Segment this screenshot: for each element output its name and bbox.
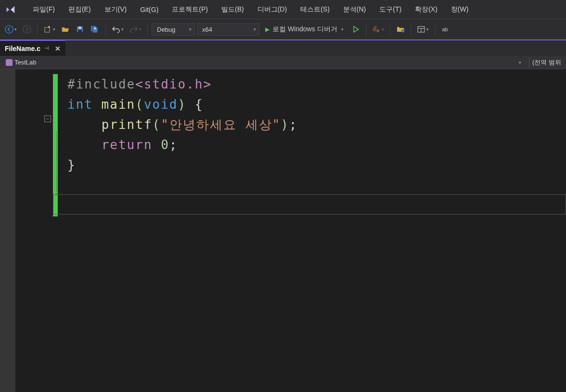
svg-rect-2: [45, 27, 50, 32]
project-selector[interactable]: TestLab: [3, 59, 39, 66]
tabbar: FileName.c ⊣ ✕: [0, 39, 566, 56]
chevron-down-icon: ▾: [53, 27, 55, 32]
menu-debug[interactable]: 디버그(D): [251, 2, 294, 17]
menu-file[interactable]: 파일(F): [26, 2, 62, 17]
run-debug-button[interactable]: ▶ 로컬 Windows 디버거 ▾: [261, 23, 347, 36]
menu-project[interactable]: 프로젝트(P): [165, 2, 215, 17]
toolbar-separator: [411, 24, 411, 35]
window-layout-button[interactable]: ▾: [415, 23, 431, 36]
pin-icon[interactable]: ⊣: [44, 45, 49, 51]
fold-toggle[interactable]: −: [44, 115, 51, 122]
file-tab[interactable]: FileName.c ⊣ ✕: [0, 40, 65, 56]
project-icon: [6, 59, 13, 66]
editor: − #include<stdio.h> int main(void) { pri…: [0, 69, 566, 392]
menu-git[interactable]: Git(G): [133, 3, 165, 16]
menu-edit[interactable]: 편집(E): [62, 2, 98, 17]
svg-point-1: [23, 25, 31, 33]
chevron-down-icon: ▾: [426, 27, 429, 32]
menu-test[interactable]: 테스트(S): [294, 2, 336, 17]
platform-label: x64: [202, 26, 212, 33]
menu-window[interactable]: 창(W): [444, 2, 476, 17]
code-line: printf("안녕하세요 세상");: [67, 114, 566, 135]
chevron-down-icon: ▾: [121, 27, 124, 32]
run-nodebug-button[interactable]: [349, 23, 362, 36]
tab-filename: FileName.c: [5, 45, 40, 52]
run-label: 로컬 Windows 디버거: [272, 25, 337, 34]
code-line: #include<stdio.h>: [67, 74, 566, 94]
chevron-down-icon: ▾: [382, 27, 384, 32]
toolbar-separator: [147, 24, 148, 35]
menu-build[interactable]: 빌드(B): [215, 2, 251, 17]
chevron-down-icon: ▾: [139, 27, 142, 32]
code-area[interactable]: − #include<stdio.h> int main(void) { pri…: [54, 69, 566, 392]
chevron-down-icon: ▾: [254, 27, 256, 32]
open-button[interactable]: [59, 23, 72, 36]
chevron-down-icon[interactable]: ▾: [519, 60, 521, 65]
nav-forward-button[interactable]: [21, 23, 33, 36]
redo-button[interactable]: ▾: [128, 23, 143, 36]
text-tool-button[interactable]: ab: [439, 23, 451, 36]
save-all-button[interactable]: [88, 23, 102, 36]
chevron-down-icon: ▾: [341, 27, 344, 32]
toolbar-separator: [390, 24, 390, 35]
navigation-bar: TestLab ▾ (전역 범위: [0, 56, 566, 69]
toolbar-separator: [105, 24, 106, 35]
svg-rect-8: [94, 27, 96, 29]
config-combo[interactable]: Debug ▾: [152, 23, 195, 36]
platform-combo[interactable]: x64 ▾: [197, 23, 259, 36]
indicator-margin: [0, 69, 15, 392]
project-name: TestLab: [14, 59, 37, 66]
svg-rect-4: [78, 26, 81, 29]
new-item-button[interactable]: ▾: [41, 23, 57, 36]
toolbar: ▾ ▾ ▾ ▾ Debug ▾ x64 ▾ ▶ 로컬 Windows 디버거 ▾: [0, 19, 566, 39]
save-button[interactable]: [74, 23, 86, 36]
config-label: Debug: [157, 26, 175, 33]
menu-view[interactable]: 보기(V): [98, 2, 134, 17]
chevron-down-icon: ▾: [189, 27, 192, 32]
toolbar-separator: [37, 24, 38, 35]
separator: [529, 58, 529, 67]
svg-point-9: [376, 29, 379, 32]
play-icon: ▶: [265, 26, 270, 33]
chevron-down-icon: ▾: [14, 27, 17, 32]
code-line: int main(void) {: [67, 94, 566, 114]
svg-rect-10: [401, 29, 404, 32]
indent-guide: [56, 132, 57, 194]
menu-tools[interactable]: 도구(T): [373, 2, 408, 17]
close-icon[interactable]: ✕: [55, 45, 61, 52]
current-line-highlight: [53, 194, 566, 215]
svg-rect-5: [78, 30, 82, 32]
menu-extensions[interactable]: 확장(X): [408, 2, 444, 17]
scope-label[interactable]: (전역 범위: [532, 58, 563, 67]
toolbar-separator: [366, 24, 366, 35]
undo-button[interactable]: ▾: [110, 23, 126, 36]
nav-back-button[interactable]: ▾: [3, 23, 19, 36]
app-logo-icon: [4, 3, 17, 16]
folder-button[interactable]: [394, 23, 407, 36]
code-line: }: [67, 155, 566, 175]
hot-reload-button[interactable]: ▾: [370, 23, 386, 36]
menubar: 파일(F) 편집(E) 보기(V) Git(G) 프로젝트(P) 빌드(B) 디…: [0, 0, 566, 19]
code-line: return 0;: [67, 135, 566, 155]
svg-point-0: [5, 25, 13, 33]
toolbar-separator: [435, 24, 435, 35]
menu-analyze[interactable]: 분석(N): [336, 2, 373, 17]
